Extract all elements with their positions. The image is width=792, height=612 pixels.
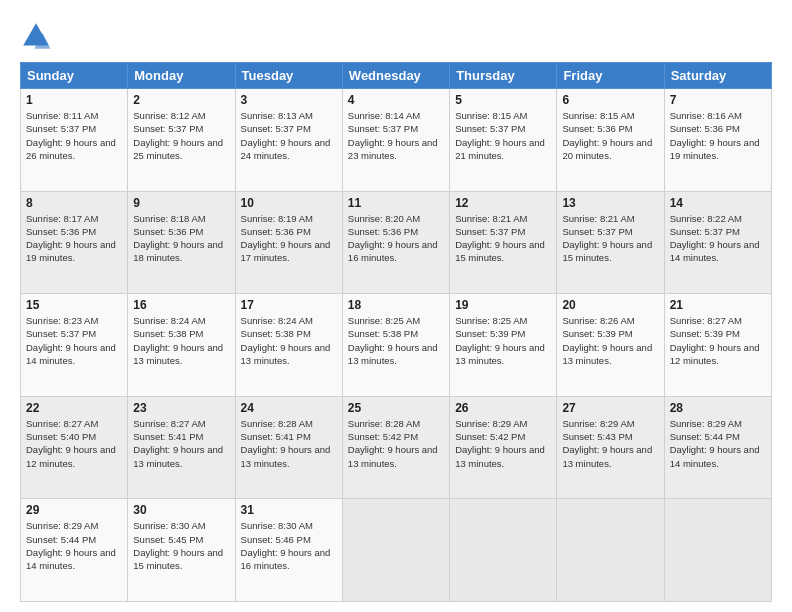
sunset-label: Sunset: 5:37 PM [26, 123, 96, 134]
sunset-label: Sunset: 5:38 PM [348, 328, 418, 339]
sunrise-label: Sunrise: 8:28 AM [348, 418, 420, 429]
calendar-week-4: 22 Sunrise: 8:27 AM Sunset: 5:40 PM Dayl… [21, 396, 772, 499]
cell-content: Sunrise: 8:29 AM Sunset: 5:44 PM Dayligh… [670, 417, 766, 470]
sunrise-label: Sunrise: 8:24 AM [241, 315, 313, 326]
calendar-week-5: 29 Sunrise: 8:29 AM Sunset: 5:44 PM Dayl… [21, 499, 772, 602]
calendar-cell: 20 Sunrise: 8:26 AM Sunset: 5:39 PM Dayl… [557, 294, 664, 397]
calendar-cell: 6 Sunrise: 8:15 AM Sunset: 5:36 PM Dayli… [557, 89, 664, 192]
cell-content: Sunrise: 8:19 AM Sunset: 5:36 PM Dayligh… [241, 212, 337, 265]
col-tuesday: Tuesday [235, 63, 342, 89]
daylight-label: Daylight: 9 hours and 21 minutes. [455, 137, 545, 161]
day-number: 1 [26, 93, 122, 107]
daylight-label: Daylight: 9 hours and 14 minutes. [670, 444, 760, 468]
day-number: 26 [455, 401, 551, 415]
cell-content: Sunrise: 8:28 AM Sunset: 5:41 PM Dayligh… [241, 417, 337, 470]
sunrise-label: Sunrise: 8:24 AM [133, 315, 205, 326]
daylight-label: Daylight: 9 hours and 20 minutes. [562, 137, 652, 161]
calendar-cell: 7 Sunrise: 8:16 AM Sunset: 5:36 PM Dayli… [664, 89, 771, 192]
day-number: 2 [133, 93, 229, 107]
logo-icon [20, 20, 52, 52]
calendar-cell: 1 Sunrise: 8:11 AM Sunset: 5:37 PM Dayli… [21, 89, 128, 192]
sunset-label: Sunset: 5:36 PM [241, 226, 311, 237]
sunrise-label: Sunrise: 8:16 AM [670, 110, 742, 121]
sunset-label: Sunset: 5:36 PM [133, 226, 203, 237]
cell-content: Sunrise: 8:17 AM Sunset: 5:36 PM Dayligh… [26, 212, 122, 265]
day-number: 25 [348, 401, 444, 415]
day-number: 14 [670, 196, 766, 210]
sunrise-label: Sunrise: 8:29 AM [670, 418, 742, 429]
calendar-cell: 27 Sunrise: 8:29 AM Sunset: 5:43 PM Dayl… [557, 396, 664, 499]
calendar-cell: 12 Sunrise: 8:21 AM Sunset: 5:37 PM Dayl… [450, 191, 557, 294]
sunrise-label: Sunrise: 8:30 AM [133, 520, 205, 531]
daylight-label: Daylight: 9 hours and 25 minutes. [133, 137, 223, 161]
cell-content: Sunrise: 8:29 AM Sunset: 5:44 PM Dayligh… [26, 519, 122, 572]
cell-content: Sunrise: 8:22 AM Sunset: 5:37 PM Dayligh… [670, 212, 766, 265]
cell-content: Sunrise: 8:27 AM Sunset: 5:39 PM Dayligh… [670, 314, 766, 367]
sunset-label: Sunset: 5:41 PM [133, 431, 203, 442]
calendar-cell: 4 Sunrise: 8:14 AM Sunset: 5:37 PM Dayli… [342, 89, 449, 192]
sunrise-label: Sunrise: 8:29 AM [455, 418, 527, 429]
day-number: 5 [455, 93, 551, 107]
sunset-label: Sunset: 5:42 PM [348, 431, 418, 442]
day-number: 29 [26, 503, 122, 517]
day-number: 23 [133, 401, 229, 415]
calendar-cell: 18 Sunrise: 8:25 AM Sunset: 5:38 PM Dayl… [342, 294, 449, 397]
day-number: 22 [26, 401, 122, 415]
col-sunday: Sunday [21, 63, 128, 89]
daylight-label: Daylight: 9 hours and 13 minutes. [348, 342, 438, 366]
calendar-cell: 19 Sunrise: 8:25 AM Sunset: 5:39 PM Dayl… [450, 294, 557, 397]
calendar-week-3: 15 Sunrise: 8:23 AM Sunset: 5:37 PM Dayl… [21, 294, 772, 397]
col-thursday: Thursday [450, 63, 557, 89]
sunset-label: Sunset: 5:40 PM [26, 431, 96, 442]
sunrise-label: Sunrise: 8:29 AM [26, 520, 98, 531]
cell-content: Sunrise: 8:27 AM Sunset: 5:40 PM Dayligh… [26, 417, 122, 470]
header-row: Sunday Monday Tuesday Wednesday Thursday… [21, 63, 772, 89]
sunrise-label: Sunrise: 8:29 AM [562, 418, 634, 429]
cell-content: Sunrise: 8:12 AM Sunset: 5:37 PM Dayligh… [133, 109, 229, 162]
cell-content: Sunrise: 8:27 AM Sunset: 5:41 PM Dayligh… [133, 417, 229, 470]
daylight-label: Daylight: 9 hours and 13 minutes. [348, 444, 438, 468]
calendar-cell [557, 499, 664, 602]
calendar-cell: 22 Sunrise: 8:27 AM Sunset: 5:40 PM Dayl… [21, 396, 128, 499]
cell-content: Sunrise: 8:16 AM Sunset: 5:36 PM Dayligh… [670, 109, 766, 162]
sunrise-label: Sunrise: 8:22 AM [670, 213, 742, 224]
cell-content: Sunrise: 8:18 AM Sunset: 5:36 PM Dayligh… [133, 212, 229, 265]
cell-content: Sunrise: 8:15 AM Sunset: 5:37 PM Dayligh… [455, 109, 551, 162]
sunset-label: Sunset: 5:45 PM [133, 534, 203, 545]
cell-content: Sunrise: 8:24 AM Sunset: 5:38 PM Dayligh… [133, 314, 229, 367]
sunrise-label: Sunrise: 8:21 AM [455, 213, 527, 224]
col-wednesday: Wednesday [342, 63, 449, 89]
day-number: 11 [348, 196, 444, 210]
calendar-week-1: 1 Sunrise: 8:11 AM Sunset: 5:37 PM Dayli… [21, 89, 772, 192]
calendar-cell: 23 Sunrise: 8:27 AM Sunset: 5:41 PM Dayl… [128, 396, 235, 499]
day-number: 16 [133, 298, 229, 312]
day-number: 21 [670, 298, 766, 312]
calendar-cell: 9 Sunrise: 8:18 AM Sunset: 5:36 PM Dayli… [128, 191, 235, 294]
calendar-cell: 5 Sunrise: 8:15 AM Sunset: 5:37 PM Dayli… [450, 89, 557, 192]
calendar-cell: 30 Sunrise: 8:30 AM Sunset: 5:45 PM Dayl… [128, 499, 235, 602]
daylight-label: Daylight: 9 hours and 24 minutes. [241, 137, 331, 161]
header [20, 16, 772, 52]
daylight-label: Daylight: 9 hours and 19 minutes. [26, 239, 116, 263]
sunset-label: Sunset: 5:36 PM [26, 226, 96, 237]
calendar-cell: 8 Sunrise: 8:17 AM Sunset: 5:36 PM Dayli… [21, 191, 128, 294]
calendar-cell: 11 Sunrise: 8:20 AM Sunset: 5:36 PM Dayl… [342, 191, 449, 294]
daylight-label: Daylight: 9 hours and 13 minutes. [455, 342, 545, 366]
calendar-cell: 17 Sunrise: 8:24 AM Sunset: 5:38 PM Dayl… [235, 294, 342, 397]
sunset-label: Sunset: 5:37 PM [455, 123, 525, 134]
daylight-label: Daylight: 9 hours and 18 minutes. [133, 239, 223, 263]
cell-content: Sunrise: 8:25 AM Sunset: 5:39 PM Dayligh… [455, 314, 551, 367]
sunset-label: Sunset: 5:36 PM [348, 226, 418, 237]
calendar-cell: 10 Sunrise: 8:19 AM Sunset: 5:36 PM Dayl… [235, 191, 342, 294]
calendar-body: 1 Sunrise: 8:11 AM Sunset: 5:37 PM Dayli… [21, 89, 772, 602]
daylight-label: Daylight: 9 hours and 13 minutes. [241, 444, 331, 468]
sunrise-label: Sunrise: 8:14 AM [348, 110, 420, 121]
cell-content: Sunrise: 8:20 AM Sunset: 5:36 PM Dayligh… [348, 212, 444, 265]
cell-content: Sunrise: 8:28 AM Sunset: 5:42 PM Dayligh… [348, 417, 444, 470]
sunset-label: Sunset: 5:37 PM [348, 123, 418, 134]
daylight-label: Daylight: 9 hours and 17 minutes. [241, 239, 331, 263]
sunrise-label: Sunrise: 8:25 AM [348, 315, 420, 326]
day-number: 12 [455, 196, 551, 210]
sunset-label: Sunset: 5:44 PM [670, 431, 740, 442]
sunset-label: Sunset: 5:37 PM [562, 226, 632, 237]
